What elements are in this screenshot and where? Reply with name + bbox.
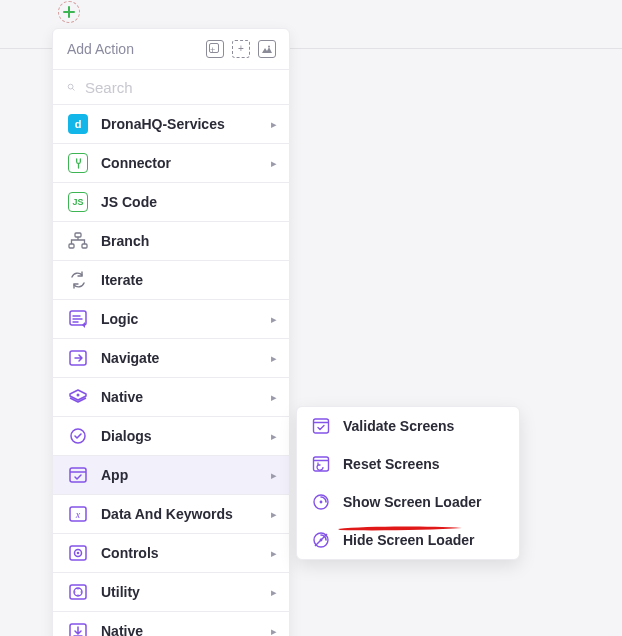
- menu-item-navigate[interactable]: Navigate ▸: [53, 339, 289, 378]
- svg-text:x: x: [75, 509, 81, 520]
- menu-item-branch[interactable]: Branch: [53, 222, 289, 261]
- svg-rect-22: [314, 457, 329, 471]
- submenu-item-label: Reset Screens: [343, 456, 440, 472]
- menu-item-label: Branch: [101, 233, 277, 249]
- submenu-item-reset-screens[interactable]: Reset Screens: [297, 445, 519, 483]
- menu-item-label: Native: [101, 389, 259, 405]
- menu-item-label: Controls: [101, 545, 259, 561]
- dialogs-icon: [67, 425, 89, 447]
- hide-loader-icon: [311, 530, 331, 550]
- show-loader-icon: [311, 492, 331, 512]
- menu-item-label: App: [101, 467, 259, 483]
- connector-icon: [67, 152, 89, 174]
- menu-item-label: Dialogs: [101, 428, 259, 444]
- search-icon: [67, 78, 75, 96]
- svg-rect-5: [82, 244, 87, 248]
- chevron-right-icon: ▸: [271, 391, 277, 404]
- add-node-button[interactable]: [58, 1, 80, 23]
- menu-item-label: Navigate: [101, 350, 259, 366]
- menu-item-label: Iterate: [101, 272, 277, 288]
- svg-point-1: [68, 84, 73, 89]
- chevron-right-icon: ▸: [271, 586, 277, 599]
- submenu-item-label: Hide Screen Loader: [343, 532, 475, 548]
- search-row: [53, 70, 289, 105]
- image-icon[interactable]: [257, 39, 277, 59]
- menu-item-label: Data And Keywords: [101, 506, 259, 522]
- chevron-right-icon: ▸: [271, 508, 277, 521]
- menu-item-dronahq-services[interactable]: d DronaHQ-Services ▸: [53, 105, 289, 144]
- svg-point-16: [77, 552, 80, 555]
- svg-rect-10: [70, 468, 86, 482]
- native-icon: [67, 386, 89, 408]
- navigate-icon: [67, 347, 89, 369]
- panel-title: Add Action: [67, 41, 134, 57]
- iterate-icon: [67, 269, 89, 291]
- plus-icon: [63, 6, 75, 18]
- svg-point-25: [320, 501, 323, 504]
- menu-item-data-keywords[interactable]: x Data And Keywords ▸: [53, 495, 289, 534]
- controls-icon: [67, 542, 89, 564]
- menu-item-label: DronaHQ-Services: [101, 116, 259, 132]
- search-input[interactable]: [85, 79, 275, 96]
- download-icon: [67, 620, 89, 636]
- chevron-right-icon: ▸: [271, 430, 277, 443]
- chevron-right-icon: ▸: [271, 547, 277, 560]
- menu-item-native-2[interactable]: Native ▸: [53, 612, 289, 636]
- menu-item-app[interactable]: App ▸: [53, 456, 289, 495]
- copy-icon[interactable]: +: [205, 39, 225, 59]
- chevron-right-icon: ▸: [271, 157, 277, 170]
- submenu-item-validate-screens[interactable]: Validate Screens: [297, 407, 519, 445]
- validate-icon: [311, 416, 331, 436]
- menu-item-controls[interactable]: Controls ▸: [53, 534, 289, 573]
- menu-item-iterate[interactable]: Iterate: [53, 261, 289, 300]
- svg-point-8: [77, 394, 80, 397]
- svg-rect-17: [70, 585, 86, 599]
- chevron-right-icon: ▸: [271, 118, 277, 131]
- menu-item-logic[interactable]: Logic ▸: [53, 300, 289, 339]
- menu-item-utility[interactable]: Utility ▸: [53, 573, 289, 612]
- menu-item-label: Logic: [101, 311, 259, 327]
- submenu-item-show-loader[interactable]: Show Screen Loader: [297, 483, 519, 521]
- menu-item-label: Connector: [101, 155, 259, 171]
- svg-rect-3: [75, 233, 81, 237]
- app-icon: [67, 464, 89, 486]
- action-menu-panel: Add Action + +: [52, 28, 290, 636]
- reset-icon: [311, 454, 331, 474]
- menu-item-label: JS Code: [101, 194, 277, 210]
- svg-rect-20: [314, 419, 329, 433]
- expand-icon[interactable]: +: [231, 39, 251, 59]
- menu-item-js-code[interactable]: JS JS Code: [53, 183, 289, 222]
- menu-item-label: Utility: [101, 584, 259, 600]
- panel-header: Add Action + +: [53, 29, 289, 70]
- js-icon: JS: [67, 191, 89, 213]
- chevron-right-icon: ▸: [271, 469, 277, 482]
- svg-point-0: [268, 46, 270, 48]
- submenu-item-hide-loader[interactable]: Hide Screen Loader: [297, 521, 519, 559]
- app-submenu: Validate Screens Reset Screens Show Scre…: [296, 406, 520, 560]
- dronahq-icon: d: [67, 113, 89, 135]
- menu-item-native[interactable]: Native ▸: [53, 378, 289, 417]
- chevron-right-icon: ▸: [271, 313, 277, 326]
- header-icon-group: + +: [205, 39, 277, 59]
- chevron-right-icon: ▸: [271, 625, 277, 637]
- logic-icon: [67, 308, 89, 330]
- svg-rect-4: [69, 244, 74, 248]
- submenu-item-label: Show Screen Loader: [343, 494, 481, 510]
- menu-item-label: Native: [101, 623, 259, 636]
- submenu-item-label: Validate Screens: [343, 418, 454, 434]
- menu-item-connector[interactable]: Connector ▸: [53, 144, 289, 183]
- branch-icon: [67, 230, 89, 252]
- utility-icon: [67, 581, 89, 603]
- svg-line-2: [73, 89, 75, 91]
- data-keywords-icon: x: [67, 503, 89, 525]
- menu-item-dialogs[interactable]: Dialogs ▸: [53, 417, 289, 456]
- svg-rect-6: [70, 311, 86, 325]
- chevron-right-icon: ▸: [271, 352, 277, 365]
